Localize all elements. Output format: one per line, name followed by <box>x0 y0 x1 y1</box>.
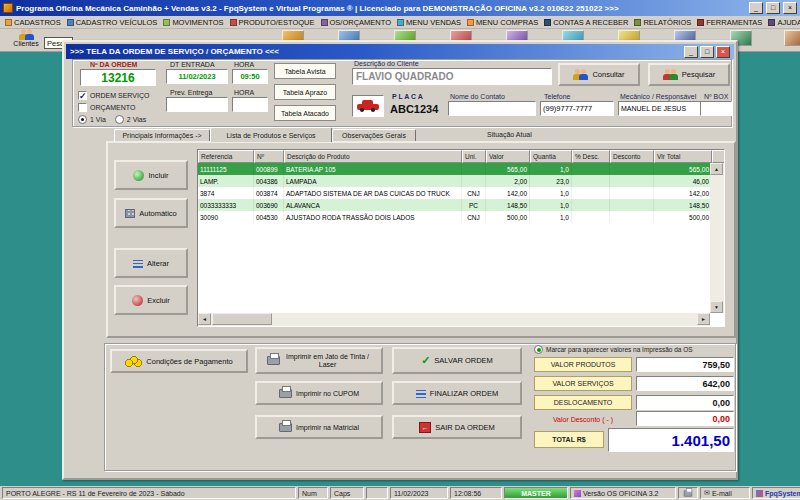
radio-2vias[interactable] <box>115 115 124 124</box>
scrollbar-thumb[interactable] <box>212 313 272 325</box>
app-close-button[interactable]: × <box>783 2 797 14</box>
column-header[interactable]: Referencia <box>198 150 254 163</box>
box-input[interactable] <box>700 101 732 116</box>
table-cell: 500,00 <box>654 211 712 223</box>
table-row[interactable]: LAMP.004386LAMPADA2,0023,046,00 <box>198 175 724 187</box>
version-icon <box>574 490 581 497</box>
ordem-servico-checkbox[interactable]: ✓ ORDEM SERVIÇO <box>78 91 149 100</box>
table-cell: 500,00 <box>486 211 530 223</box>
orcamento-checkbox-box[interactable] <box>78 103 87 112</box>
automatico-button[interactable]: Automático <box>114 198 188 228</box>
column-header[interactable]: Uni. <box>462 150 486 163</box>
toolbar-clientes-label: Clientes <box>13 40 38 47</box>
hora-prev-input[interactable] <box>232 97 268 112</box>
table-cell <box>572 187 610 199</box>
excluir-label: Excluir <box>147 296 170 305</box>
toolbar-icon[interactable] <box>784 30 800 46</box>
contato-label: Nome do Contato <box>450 93 505 100</box>
window-maximize-button[interactable]: □ <box>700 46 714 58</box>
condicoes-pagamento-button[interactable]: Condições de Pagamento <box>110 349 248 373</box>
grid-corner <box>712 150 725 163</box>
table-cell: 23,0 <box>530 175 572 187</box>
statusbar-email[interactable]: ✉ E-mail <box>700 487 750 499</box>
toolbar-clientes-button[interactable]: Clientes <box>5 29 47 51</box>
marcar-label: Marcar para aparecer valores na Impressã… <box>546 346 693 353</box>
imprimir-jato-button[interactable]: Imprimir em Jato de Tinta / Laser <box>255 347 383 374</box>
table-row[interactable]: 3874003874ADAPTADO SISTEMA DE AR DAS CUI… <box>198 187 724 199</box>
valor-produtos-label: VALOR PRODUTOS <box>534 357 632 372</box>
imprimir-cupom-button[interactable]: Imprimir no CUPOM <box>255 381 383 405</box>
table-row[interactable]: 30090004530AJUSTADO RODA TRASSÃO DOIS LA… <box>198 211 724 223</box>
column-header[interactable]: Desconto <box>610 150 654 163</box>
menu-item-label: AJUDA <box>777 18 800 27</box>
column-header[interactable]: Vlr Total <box>654 150 712 163</box>
pesquisar-button[interactable]: Pesquisar <box>648 63 730 86</box>
sair-ordem-button[interactable]: ← SAIR DA ORDEM <box>392 415 522 439</box>
table-cell: 148,50 <box>486 199 530 211</box>
menu-item[interactable]: OS/ORÇAMENTO <box>318 16 395 28</box>
imprimir-matricial-label: Imprimir na Matricial <box>296 424 359 431</box>
menu-item[interactable]: CADASTRO VEÍCULOS <box>64 16 161 28</box>
telefone-input[interactable]: (99)9777-7777 <box>540 101 614 116</box>
alterar-button[interactable]: Alterar <box>114 248 188 278</box>
incluir-button[interactable]: Incluir <box>114 160 188 190</box>
placa-value[interactable]: ABC1234 <box>390 103 438 115</box>
excluir-button[interactable]: Excluir <box>114 285 188 315</box>
tabela-avista-button[interactable]: Tabela Avista <box>274 63 336 79</box>
statusbar-printer[interactable] <box>678 487 698 499</box>
table-row[interactable]: 0033333333003690ALAVANCAPC148,501,0148,5… <box>198 199 724 211</box>
tabela-atacado-button[interactable]: Tabela Atacado <box>274 105 336 121</box>
salvar-ordem-button[interactable]: ✓ SALVAR ORDEM <box>392 347 522 374</box>
prev-entrega-input[interactable] <box>166 97 228 112</box>
hora-entrada-value[interactable]: 09:50 <box>232 69 268 84</box>
menu-item[interactable]: PRODUTO/ESTOQUE <box>227 16 318 28</box>
menu-item[interactable]: MOVIMENTOS <box>160 16 226 28</box>
window-minimize-button[interactable]: _ <box>684 46 698 58</box>
imprimir-matricial-button[interactable]: Imprimir na Matricial <box>255 415 383 439</box>
cliente-input[interactable]: FLAVIO QUADRADO <box>352 68 552 85</box>
column-header[interactable]: Descrição do Produto <box>284 150 462 163</box>
table-cell <box>610 175 654 187</box>
menu-item[interactable]: MENU VENDAS <box>394 16 464 28</box>
menu-item[interactable]: AJUDA <box>765 16 800 28</box>
consultar-button[interactable]: Consultar <box>558 63 640 86</box>
scroll-left-icon[interactable]: ◄ <box>198 313 211 325</box>
vertical-scrollbar[interactable]: ▲ ▼ <box>710 163 724 313</box>
column-header[interactable]: Valor <box>486 150 530 163</box>
horizontal-scrollbar[interactable]: ◄ ► <box>198 313 710 326</box>
table-row[interactable]: 11111125000899BATERIA AP 105565,001,0565… <box>198 163 724 175</box>
column-header[interactable]: Quantia <box>530 150 572 163</box>
column-header[interactable]: % Desc. <box>572 150 610 163</box>
tab-lista-produtos-servicos[interactable]: Lista de Produtos e Serviços <box>210 127 332 142</box>
statusbar-brand[interactable]: FpqSystem <box>752 487 800 499</box>
table-cell <box>610 163 654 175</box>
marcar-radio-icon[interactable] <box>534 345 543 354</box>
scroll-up-icon[interactable]: ▲ <box>710 163 723 175</box>
menu-item[interactable]: CONTAS A RECEBER <box>541 16 631 28</box>
dt-entrada-value[interactable]: 11/02/2023 <box>166 69 228 84</box>
app-minimize-button[interactable]: _ <box>749 2 763 14</box>
menu-item-icon <box>321 19 328 26</box>
app-maximize-button[interactable]: □ <box>766 2 780 14</box>
statusbar-caps: Caps <box>330 487 364 499</box>
order-window-titlebar[interactable]: >>> TELA DA ORDEM DE SERVIÇO / ORÇAMENTO… <box>66 44 734 59</box>
contato-input[interactable] <box>448 101 536 116</box>
order-number-label: Nº DA ORDEM <box>90 61 137 68</box>
scroll-down-icon[interactable]: ▼ <box>710 301 723 313</box>
ordem-servico-checkbox-box[interactable]: ✓ <box>78 91 87 100</box>
finalizar-ordem-button[interactable]: FINALIZAR ORDEM <box>392 381 522 405</box>
table-cell: LAMPADA <box>284 175 462 187</box>
tabela-aprazo-button[interactable]: Tabela Aprazo <box>274 84 336 100</box>
marcar-impressao-radio[interactable]: Marcar para aparecer valores na Impressã… <box>534 345 693 354</box>
window-close-button[interactable]: × <box>716 46 730 58</box>
menu-item[interactable]: FERRAMENTAS <box>694 16 765 28</box>
orcamento-checkbox[interactable]: ORÇAMENTO <box>78 103 135 112</box>
column-header[interactable]: Nº <box>254 150 284 163</box>
menu-item[interactable]: MENU COMPRAS <box>464 16 541 28</box>
menu-item[interactable]: CADASTROS <box>2 16 64 28</box>
radio-1via[interactable] <box>78 115 87 124</box>
scroll-right-icon[interactable]: ► <box>697 313 710 325</box>
menu-item-icon <box>397 19 404 26</box>
menu-item[interactable]: RELATÓRIOS <box>631 16 694 28</box>
table-cell <box>610 199 654 211</box>
